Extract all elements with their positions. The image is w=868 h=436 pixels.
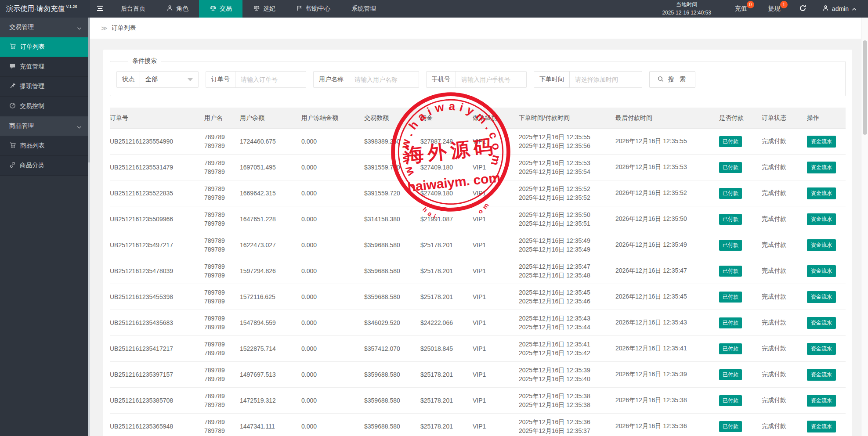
- actions-cell: 资金流水: [807, 317, 846, 329]
- refresh-button[interactable]: [791, 0, 814, 18]
- nav-item-roles[interactable]: 角色: [156, 0, 199, 18]
- order-no-cell: UB2512161235497217: [110, 241, 204, 249]
- order-status-cell: 完成付款: [762, 396, 807, 404]
- col-header-order-time: 下单时间/付款时间: [519, 114, 615, 122]
- hamburger-menu-button[interactable]: [90, 0, 110, 18]
- order-time-cell: 2025年12月16日 12:35:50 2025年12月16日 12:35:5…: [519, 210, 615, 228]
- fund-flow-button[interactable]: 资金流水: [807, 317, 836, 329]
- fund-flow-button[interactable]: 资金流水: [807, 395, 836, 407]
- dashboard-icon: [9, 102, 16, 110]
- order-time-line1: 2025年12月16日 12:35:43: [519, 314, 612, 323]
- username-line1: 789789: [204, 366, 236, 375]
- sidebar-item-product-list[interactable]: 商品列表: [0, 136, 88, 156]
- sidebar-group-product-management[interactable]: 商品管理: [0, 116, 88, 136]
- chevron-down-icon: [77, 25, 82, 32]
- fund-flow-button[interactable]: 资金流水: [807, 136, 836, 148]
- order-no-input[interactable]: [235, 72, 306, 87]
- username-cell: 789789 789789: [204, 314, 240, 332]
- commission-cell: $25178.201: [420, 371, 473, 378]
- chevron-down-icon: [77, 123, 82, 130]
- scales-icon: [253, 5, 260, 13]
- recharge-button[interactable]: 充值 0: [724, 0, 758, 18]
- username-line2: 789789: [204, 245, 236, 254]
- sidebar-item-trade-control[interactable]: 交易控制: [0, 97, 88, 116]
- main-content: ≫ 订单列表 条件搜索 状态 全部 订单号 用户名称: [90, 18, 868, 436]
- balance-cell: 1547894.559: [240, 319, 301, 326]
- sidebar-item-order-list[interactable]: 订单列表: [0, 37, 88, 57]
- withdraw-label: 提现: [768, 5, 781, 13]
- table-row: UB2512161235435683 789789 789789 1547894…: [110, 310, 846, 336]
- level-cell: VIP1: [473, 138, 519, 145]
- order-time-line2: 2025年12月16日 12:35:46: [519, 297, 612, 306]
- sidebar-group-trade-management[interactable]: 交易管理: [0, 18, 88, 37]
- actions-cell: 资金流水: [807, 239, 846, 251]
- app-logo: 演示使用-请勿充值 V.1.26: [0, 0, 90, 18]
- order-time-cell: 2025年12月16日 12:35:38 2025年12月16日 12:35:3…: [519, 392, 615, 410]
- page-title: 订单列表: [112, 24, 136, 32]
- username-line1: 789789: [204, 288, 236, 297]
- username-line1: 789789: [204, 418, 236, 426]
- order-no-cell: UB2512161235554990: [110, 138, 204, 145]
- nav-item-system[interactable]: 系统管理: [341, 0, 387, 18]
- filters-row: 状态 全部 订单号 用户名称 手机号: [116, 71, 839, 88]
- nav-item-trade[interactable]: 交易: [199, 0, 242, 18]
- username-cell: 789789 789789: [204, 159, 240, 177]
- app-title: 演示使用-请勿充值: [6, 4, 65, 14]
- fund-flow-button[interactable]: 资金流水: [807, 369, 836, 381]
- order-time-line2: 2025年12月16日 12:35:56: [519, 141, 612, 150]
- commission-cell: $25178.201: [420, 241, 473, 249]
- table-row: UB2512161235397157 789789 789789 1497697…: [110, 362, 846, 388]
- col-header-amount: 交易数额: [364, 114, 420, 122]
- fund-flow-button[interactable]: 资金流水: [807, 187, 836, 199]
- fund-flow-button[interactable]: 资金流水: [807, 291, 836, 303]
- order-time-line2: 2025年12月16日 12:35:52: [519, 193, 612, 202]
- sidebar-item-label: 交易控制: [20, 102, 44, 110]
- fund-flow-button[interactable]: 资金流水: [807, 421, 836, 432]
- fund-flow-button[interactable]: 资金流水: [807, 239, 836, 251]
- fund-flow-button[interactable]: 资金流水: [807, 213, 836, 225]
- username-input[interactable]: [349, 72, 419, 87]
- phone-input[interactable]: [456, 72, 526, 87]
- status-select[interactable]: 全部: [140, 72, 198, 87]
- phone-filter: 手机号: [426, 71, 527, 88]
- actions-cell: 资金流水: [807, 291, 846, 303]
- actions-cell: 资金流水: [807, 136, 846, 148]
- sidebar-item-product-category[interactable]: 商品分类: [0, 156, 88, 176]
- sidebar-item-withdraw-management[interactable]: 提现管理: [0, 77, 88, 97]
- cart-icon: [9, 142, 16, 150]
- col-header-status: 订单状态: [762, 114, 807, 122]
- paid-status-badge: 已付款: [719, 369, 742, 380]
- scales-icon: [210, 5, 217, 13]
- search-button[interactable]: 搜 索: [649, 71, 695, 88]
- order-no-filter: 订单号: [206, 71, 306, 88]
- search-icon: [657, 76, 664, 84]
- username-line1: 789789: [204, 184, 236, 193]
- order-time-line1: 2025年12月16日 12:35:50: [519, 210, 612, 219]
- fund-flow-button[interactable]: 资金流水: [807, 343, 836, 355]
- sidebar-scrollbar-thumb[interactable]: [88, 18, 90, 162]
- person-icon: [822, 5, 829, 13]
- page-scrollbar-thumb[interactable]: [863, 40, 867, 135]
- order-time-line1: 2025年12月16日 12:35:45: [519, 288, 612, 297]
- fund-flow-button[interactable]: 资金流水: [807, 162, 836, 173]
- order-time-input[interactable]: [570, 72, 642, 87]
- paid-status-badge: 已付款: [719, 343, 742, 354]
- level-cell: VIP1: [473, 371, 519, 378]
- sidebar-item-recharge-management[interactable]: 充值管理: [0, 57, 88, 77]
- app-version: V.1.26: [66, 4, 77, 9]
- balance-cell: 1622473.027: [240, 241, 301, 249]
- order-time-cell: 2025年12月16日 12:35:52 2025年12月16日 12:35:5…: [519, 184, 615, 202]
- order-no-label: 订单号: [206, 72, 235, 87]
- nav-item-help-center[interactable]: 帮助中心: [286, 0, 341, 18]
- nav-item-dashboard[interactable]: 后台首页: [110, 0, 156, 18]
- paid-status-badge: 已付款: [719, 188, 742, 199]
- order-time-filter: 下单时间: [534, 71, 642, 88]
- username-line1: 789789: [204, 262, 236, 271]
- admin-menu[interactable]: admin: [814, 0, 868, 18]
- fund-flow-button[interactable]: 资金流水: [807, 265, 836, 277]
- order-no-cell: UB2512161235385708: [110, 397, 204, 404]
- withdraw-button[interactable]: 提现 1: [758, 0, 791, 18]
- paid-status-badge: 已付款: [719, 240, 742, 251]
- nav-item-select[interactable]: 选妃: [242, 0, 286, 18]
- level-cell: VIP1: [473, 190, 519, 197]
